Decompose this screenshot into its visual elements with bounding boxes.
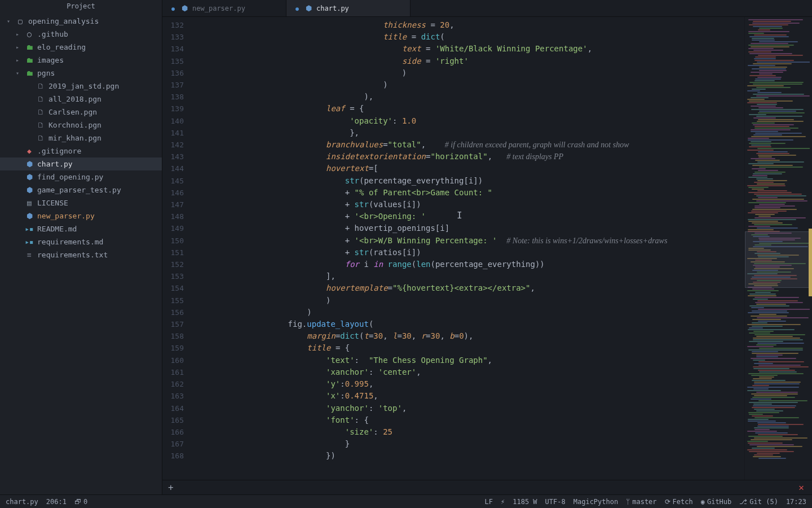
tree-item-label: find_opening.py (37, 173, 103, 181)
tree-item-label: chart.py (37, 160, 73, 168)
status-line-ending[interactable]: LF (485, 498, 493, 506)
tree-item-mir-khan-pgn[interactable]: 🗋mir_khan.pgn (0, 132, 162, 144)
sync-icon: ⟳ (665, 498, 670, 506)
tab-label: chart.py (316, 5, 349, 12)
project-sidebar: Project ▾ ▢ opening_analysis ▸◯.github▸🖿… (0, 0, 162, 494)
modified-dot-icon (295, 5, 301, 12)
py-icon: ⬢ (25, 186, 34, 194)
tab-label: new_parser.py (192, 5, 245, 12)
tree-item-pgns[interactable]: ▾🖿pgns (0, 67, 162, 80)
file-tree: ▾ ▢ opening_analysis ▸◯.github▸🖿elo_read… (0, 12, 162, 494)
tree-item-carlsen-pgn[interactable]: 🗋Carlsen.pgn (0, 106, 162, 119)
python-icon: ⬢ (306, 4, 312, 12)
pgn-icon: 🗋 (36, 95, 45, 103)
tree-root-label: opening_analysis (28, 17, 99, 25)
conf-icon: ◆ (25, 147, 34, 155)
tree-root[interactable]: ▾ ▢ opening_analysis (0, 15, 162, 28)
py-icon: ⬢ (25, 160, 34, 168)
branch-icon: ᛘ (626, 498, 630, 506)
tree-item-label: images (37, 56, 64, 64)
status-branch[interactable]: ᛘ master (626, 498, 656, 506)
tree-item-label: mir_khan.pgn (48, 134, 102, 142)
chevron-icon: ▸ (16, 31, 21, 37)
tab-bar-footer: + ✕ (162, 480, 812, 494)
tab-chart-py[interactable]: ⬢chart.py (286, 0, 411, 16)
minimap-change-marker (809, 229, 812, 296)
tree-item--github[interactable]: ▸◯.github (0, 28, 162, 41)
status-encoding[interactable]: UTF-8 (545, 498, 566, 506)
pgn-icon: 🗋 (36, 134, 45, 142)
status-clock[interactable]: 17:23 (786, 498, 806, 506)
tree-item-korchnoi-pgn[interactable]: 🗋Korchnoi.pgn (0, 119, 162, 132)
tree-item-requirements-txt[interactable]: ≡requirements.txt (0, 248, 162, 261)
minimap-viewport[interactable] (745, 231, 812, 288)
book-icon: ▤ (25, 199, 34, 207)
txt-icon: ≡ (25, 251, 34, 259)
tree-item-new-parser-py[interactable]: ⬢new_parser.py (0, 209, 162, 222)
tree-item-chart-py[interactable]: ⬢chart.py (0, 157, 162, 170)
python-icon: ⬢ (182, 4, 188, 12)
chevron-icon: ▾ (16, 70, 21, 76)
git-icon: ⎇ (739, 498, 747, 506)
github-icon: ◉ (701, 498, 705, 506)
tree-item-images[interactable]: ▸🖿images (0, 54, 162, 67)
py-icon: ⬢ (25, 173, 34, 181)
editor-tabs: ⬢new_parser.py⬢chart.py (162, 0, 812, 17)
status-fetch[interactable]: ⟳ Fetch (665, 498, 693, 506)
tree-item-elo-reading[interactable]: ▸🖿elo_reading (0, 41, 162, 54)
status-cursor-pos[interactable]: 206:1 (46, 498, 67, 506)
tree-item-label: .gitignore (37, 147, 81, 155)
status-git[interactable]: ⎇ Git (5) (739, 498, 778, 506)
github-icon: ◯ (25, 30, 34, 38)
tree-item-label: game_parser_test.py (37, 186, 121, 194)
status-github[interactable]: ◉ GitHub (701, 498, 732, 506)
tree-item-license[interactable]: ▤LICENSE (0, 196, 162, 209)
status-diagnostics[interactable]: 🗗 0 (74, 498, 87, 506)
tree-item-label: .github (37, 30, 68, 38)
modified-dot-icon (171, 5, 177, 12)
tree-item-readme-md[interactable]: ▸▪README.md (0, 222, 162, 235)
text-cursor-icon: I (457, 209, 462, 221)
sidebar-title: Project (0, 0, 162, 12)
tree-item-label: 2019_jan_std.pgn (48, 82, 119, 90)
tree-item-label: Carlsen.pgn (48, 108, 97, 116)
tree-item-label: new_parser.py (37, 212, 95, 220)
tree-item-label: Korchnoi.pgn (48, 121, 102, 129)
pgn-icon: 🗋 (36, 121, 45, 129)
status-wrap-width[interactable]: 1185 W (513, 498, 537, 506)
tree-item-label: README.md (37, 225, 77, 233)
code-editor[interactable]: thickness = 20, title = dict( text = 'Wh… (191, 17, 744, 480)
tree-item-2019-jan-std-pgn[interactable]: 🗋2019_jan_std.pgn (0, 80, 162, 93)
tree-item--gitignore[interactable]: ◆.gitignore (0, 144, 162, 157)
minimap[interactable] (744, 17, 812, 480)
tab-new-parser-py[interactable]: ⬢new_parser.py (162, 0, 286, 16)
tree-item-label: requirements.txt (37, 251, 108, 259)
chevron-down-icon: ▾ (7, 18, 12, 24)
tree-item-label: LICENSE (37, 199, 68, 207)
tree-item-label: pgns (37, 69, 55, 77)
tree-item-label: requirements.md (37, 238, 103, 246)
folder-icon: 🖿 (25, 69, 34, 77)
folder-icon: 🖿 (25, 43, 34, 51)
folder-icon: 🖿 (25, 56, 34, 64)
zap-icon[interactable]: ⚡ (501, 498, 505, 506)
pgn-icon: 🗋 (36, 82, 45, 90)
tree-item-requirements-md[interactable]: ▸▪requirements.md (0, 235, 162, 248)
diagnostics-icon: 🗗 (74, 498, 81, 506)
md-icon: ▸▪ (25, 225, 34, 233)
tree-item-game-parser-test-py[interactable]: ⬢game_parser_test.py (0, 183, 162, 196)
tree-item-label: elo_reading (37, 43, 86, 51)
repo-icon: ▢ (16, 17, 25, 25)
tree-item-find-opening-py[interactable]: ⬢find_opening.py (0, 170, 162, 183)
close-panel-button[interactable]: ✕ (798, 482, 804, 493)
pgn-icon: 🗋 (36, 108, 45, 116)
py-icon: ⬢ (25, 212, 34, 220)
add-tab-button[interactable]: + (168, 482, 174, 493)
chevron-icon: ▸ (16, 57, 21, 63)
status-grammar[interactable]: MagicPython (573, 498, 618, 506)
tree-item-all-2018-pgn[interactable]: 🗋all_2018.pgn (0, 93, 162, 106)
status-filename[interactable]: chart.py (6, 498, 38, 506)
tree-item-label: all_2018.pgn (48, 95, 102, 103)
md-icon: ▸▪ (25, 238, 34, 246)
chevron-icon: ▸ (16, 44, 21, 50)
